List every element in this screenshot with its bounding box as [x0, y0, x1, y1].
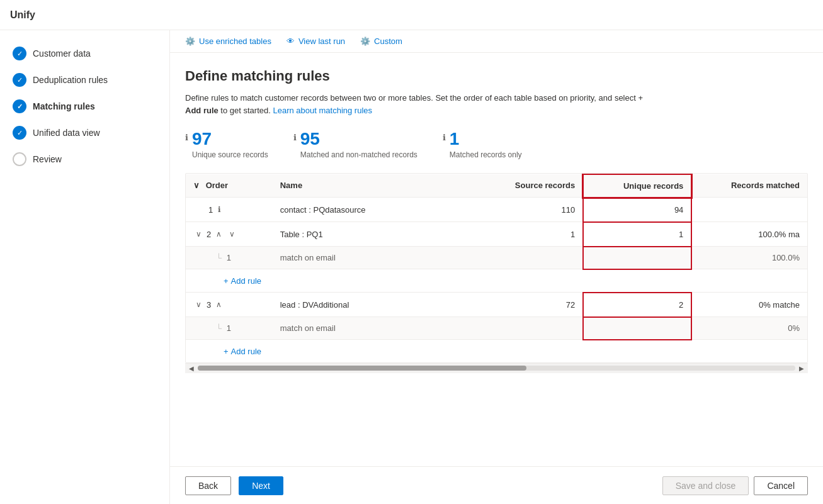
row3-collapse-btn[interactable]: ∨ — [193, 299, 204, 310]
stat-label-2: Matched and non-matched records — [300, 150, 417, 159]
row3-source: 72 — [475, 293, 583, 317]
scroll-right-icon[interactable]: ▶ — [798, 365, 805, 372]
view-last-run-btn[interactable]: 👁 View last run — [287, 36, 345, 46]
table-row: 1 ℹ contact : PQdatasource 110 94 — [186, 198, 807, 222]
sub2-name: match on email — [273, 317, 475, 340]
top-bar: Unify — [0, 0, 823, 30]
sidebar-item-customer-data[interactable]: ✓ Customer data — [0, 40, 169, 67]
cancel-button[interactable]: Cancel — [754, 476, 808, 495]
sub1-order: └ 1 — [186, 247, 273, 269]
table-row-sub: └ 1 match on email 0% — [186, 317, 807, 340]
stat-unique-source: ℹ 97 Unique source records — [185, 129, 268, 160]
stat-matched-non: ℹ 95 Matched and non-matched records — [293, 129, 417, 160]
plus-icon-1: + — [224, 276, 229, 286]
row2-unique: 1 — [583, 222, 691, 247]
row1-name: contact : PQdatasource — [273, 198, 475, 222]
tree-branch-icon-2: └ — [216, 323, 222, 333]
row3-unique: 2 — [583, 293, 691, 317]
sidebar-item-dedup[interactable]: ✓ Deduplication rules — [0, 67, 169, 93]
scroll-left-icon[interactable]: ◀ — [188, 365, 195, 372]
next-button[interactable]: Next — [239, 476, 283, 495]
table-row: ∨ 2 ∧ ∨ Table : PQ1 1 1 100.0% ma — [186, 222, 807, 247]
toolbar: ⚙️ Use enriched tables 👁 View last run ⚙… — [170, 30, 823, 53]
col-header-source: Source records — [475, 174, 583, 198]
sidebar-item-matching[interactable]: ✓ Matching rules — [0, 93, 169, 120]
row3-name: lead : DVAdditional — [273, 293, 475, 317]
sidebar-circle-review — [13, 152, 26, 166]
stat-label-1: Unique source records — [192, 150, 268, 159]
learn-link[interactable]: Learn about matching rules — [273, 106, 372, 115]
row1-order: 1 ℹ — [186, 198, 273, 222]
scrollbar-track[interactable] — [198, 366, 795, 371]
sub2-records: 0% — [691, 317, 807, 340]
row3-order: ∨ 3 ∧ — [186, 293, 273, 317]
sub2-unique — [583, 317, 691, 340]
add-rule-btn-2[interactable]: + Add rule — [224, 343, 261, 360]
row2-collapse-btn[interactable]: ∨ — [193, 228, 204, 240]
main-content: ⚙️ Use enriched tables 👁 View last run ⚙… — [170, 30, 823, 504]
sidebar-check-unified: ✓ — [13, 126, 26, 140]
scrollbar-thumb[interactable] — [198, 366, 526, 371]
sidebar-check-customer: ✓ — [13, 47, 26, 60]
app-title: Unify — [10, 9, 35, 21]
row2-source: 1 — [475, 222, 583, 247]
stat-info-icon-3[interactable]: ℹ — [443, 133, 446, 142]
col-header-records: Records matched — [691, 174, 807, 198]
sidebar-label-matching: Matching rules — [33, 101, 95, 111]
row3-up-btn[interactable]: ∧ — [213, 299, 224, 310]
plus-icon-2: + — [224, 347, 229, 356]
row2-down-btn[interactable]: ∨ — [227, 228, 237, 240]
sidebar-check-dedup: ✓ — [13, 73, 26, 87]
stat-number-1: 97 — [192, 129, 268, 149]
save-close-button[interactable]: Save and close — [662, 476, 749, 495]
collapse-all-icon[interactable]: ∨ — [193, 181, 200, 190]
col-header-unique: Unique records — [583, 174, 691, 198]
stat-number-3: 1 — [450, 129, 522, 149]
table-row-sub: └ 1 match on email 100.0% — [186, 247, 807, 269]
sidebar-label-review: Review — [33, 154, 62, 164]
page-description: Define rules to match customer records b… — [185, 92, 657, 116]
sidebar-item-review[interactable]: Review — [0, 146, 169, 172]
col-header-order: ∨ Order — [186, 174, 273, 198]
matching-table: ∨ Order Name Source records Unique recor… — [185, 173, 808, 363]
stat-number-2: 95 — [300, 129, 417, 149]
add-rule-row: + Add rule — [186, 269, 807, 293]
stat-label-3: Matched records only — [450, 150, 522, 159]
row1-info-btn[interactable]: ℹ — [215, 204, 224, 215]
row2-order: ∨ 2 ∧ ∨ — [186, 222, 273, 247]
row1-records — [691, 198, 807, 222]
sidebar-label-dedup: Deduplication rules — [33, 75, 108, 85]
row3-records: 0% matche — [691, 293, 807, 317]
sidebar-label-customer: Customer data — [33, 48, 91, 59]
sub1-name: match on email — [273, 247, 475, 269]
custom-icon: ⚙️ — [360, 36, 370, 46]
stat-info-icon-1[interactable]: ℹ — [185, 133, 188, 142]
row1-source: 110 — [475, 198, 583, 222]
sub2-source — [475, 317, 583, 340]
add-rule-row-2: + Add rule — [186, 340, 807, 362]
enriched-icon: ⚙️ — [185, 36, 195, 46]
custom-btn[interactable]: ⚙️ Custom — [360, 36, 402, 46]
footer: Back Next Save and close Cancel — [170, 466, 823, 504]
row2-up-btn[interactable]: ∧ — [213, 228, 224, 240]
sidebar-label-unified: Unified data view — [33, 128, 100, 138]
view-icon: 👁 — [287, 36, 295, 46]
sub1-source — [475, 247, 583, 269]
stat-matched-only: ℹ 1 Matched records only — [443, 129, 522, 160]
col-header-name: Name — [273, 174, 475, 198]
horizontal-scrollbar[interactable]: ◀ ▶ — [185, 363, 808, 373]
row2-name: Table : PQ1 — [273, 222, 475, 247]
add-rule-cell-1: + Add rule — [186, 269, 807, 293]
add-rule-cell-2: + Add rule — [186, 340, 807, 362]
add-rule-btn-1[interactable]: + Add rule — [224, 272, 261, 289]
use-enriched-btn[interactable]: ⚙️ Use enriched tables — [185, 36, 271, 46]
page-content: Define matching rules Define rules to ma… — [170, 53, 823, 466]
back-button[interactable]: Back — [185, 476, 231, 495]
sub1-records: 100.0% — [691, 247, 807, 269]
row1-unique: 94 — [583, 198, 691, 222]
row2-records: 100.0% ma — [691, 222, 807, 247]
stat-info-icon-2[interactable]: ℹ — [293, 133, 297, 142]
sidebar-item-unified[interactable]: ✓ Unified data view — [0, 120, 169, 146]
sub2-order: └ 1 — [186, 317, 273, 340]
table-row: ∨ 3 ∧ lead : DVAdditional 72 2 0% matche — [186, 293, 807, 317]
